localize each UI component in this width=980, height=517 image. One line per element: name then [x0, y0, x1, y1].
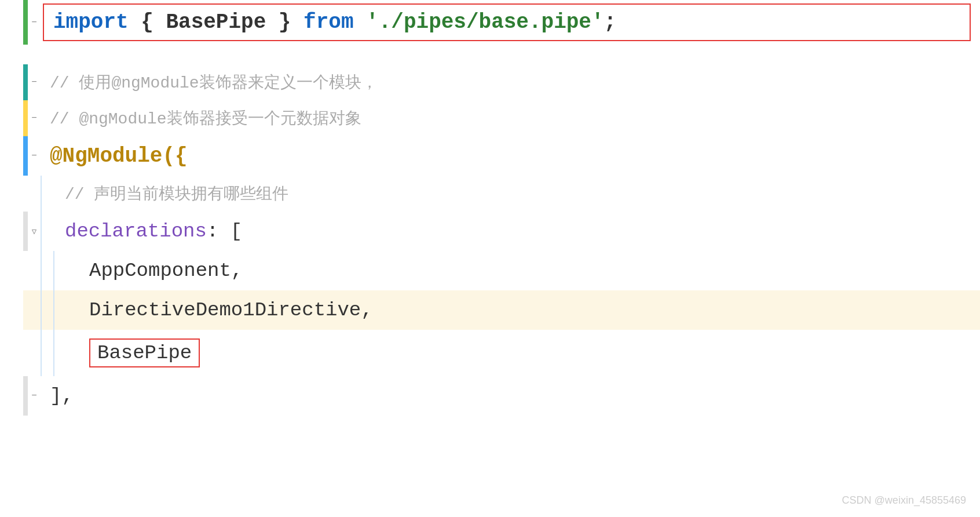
fold-down-icon[interactable]: ▽: [32, 227, 36, 236]
declarations-line: declarations: [: [65, 220, 242, 242]
fold-minus-icon-3[interactable]: −: [31, 113, 37, 123]
code-import-line: import { BasePipe } from './pipes/base.p…: [53, 10, 616, 34]
fold-minus-icon-2[interactable]: −: [31, 77, 37, 88]
comment-line-2: // @ngModule装饰器接受一个元数据对象: [50, 107, 361, 129]
comment-inner-1: // 声明当前模块拥有哪些组件: [65, 183, 288, 205]
directive-demo-line: DirectiveDemo1Directive,: [89, 299, 373, 321]
fold-minus-icon[interactable]: −: [31, 17, 37, 28]
code-editor: − import { BasePipe } from './pipes/base…: [0, 0, 980, 517]
comment-line-1: // 使用@ngModule装饰器来定义一个模块，: [50, 71, 378, 93]
decorator-line: @NgModule({: [50, 144, 188, 168]
watermark: CSDN @weixin_45855469: [842, 494, 966, 507]
fold-minus-icon-4[interactable]: −: [31, 151, 37, 161]
code-area: − import { BasePipe } from './pipes/base…: [23, 0, 980, 416]
fold-minus-icon-5[interactable]: −: [31, 391, 37, 401]
close-bracket-line: ],: [50, 385, 74, 407]
app-component-line: AppComponent,: [89, 260, 243, 282]
basepipe-highlight-box: BasePipe: [89, 338, 200, 367]
